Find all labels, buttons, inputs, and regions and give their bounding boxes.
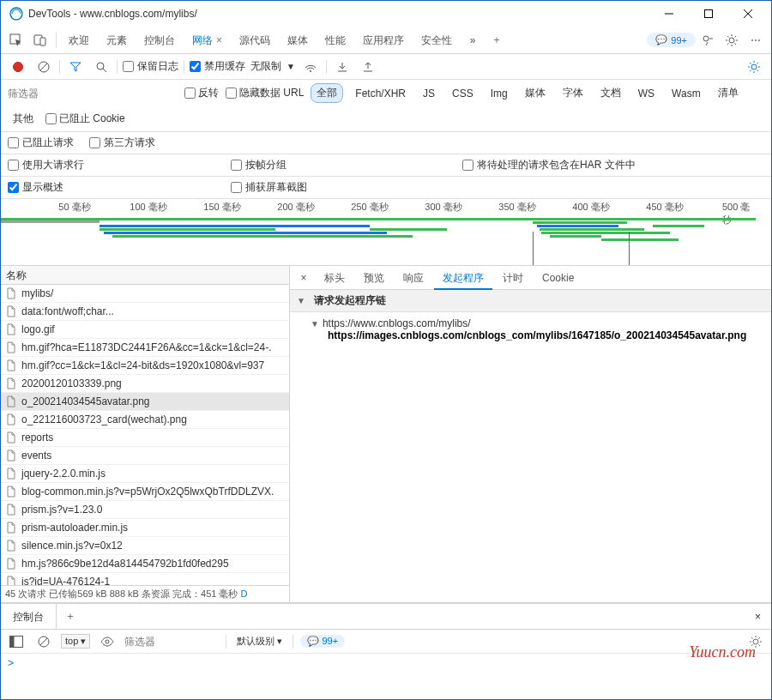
- request-name: prism.js?v=1.23.0: [21, 504, 102, 516]
- more-tabs-icon[interactable]: »: [461, 28, 485, 52]
- issues-pill[interactable]: 💬99+: [647, 33, 696, 47]
- tab-initiator[interactable]: 发起程序: [434, 266, 492, 290]
- tab-cookies[interactable]: Cookie: [534, 266, 582, 290]
- type-ws[interactable]: WS: [633, 86, 660, 101]
- request-row[interactable]: events: [1, 447, 289, 465]
- device-toggle-icon[interactable]: [28, 28, 52, 52]
- request-row[interactable]: o_200214034545avatar.png: [1, 393, 289, 411]
- request-row[interactable]: reports: [1, 429, 289, 447]
- drawer-add-tab-button[interactable]: ＋: [57, 609, 84, 624]
- context-select[interactable]: top ▾: [61, 634, 90, 649]
- hide-data-urls-checkbox[interactable]: 隐藏数据 URL: [226, 86, 304, 100]
- include-pending-har-checkbox[interactable]: 将待处理的请求包含在HAR 文件中: [462, 158, 636, 172]
- type-img[interactable]: Img: [486, 86, 513, 101]
- type-manifest[interactable]: 清单: [713, 84, 744, 102]
- preserve-log-checkbox[interactable]: 保留日志: [123, 59, 178, 74]
- dropdown-icon[interactable]: ▼: [286, 62, 295, 71]
- tab-media[interactable]: 媒体: [279, 27, 317, 54]
- request-row[interactable]: jquery-2.2.0.min.js: [1, 465, 289, 483]
- tab-headers[interactable]: 标头: [316, 266, 353, 290]
- third-party-checkbox[interactable]: 第三方请求: [89, 136, 155, 150]
- console-prompt[interactable]: >: [1, 654, 771, 673]
- log-level-select[interactable]: 默认级别 ▾: [233, 634, 286, 649]
- type-all[interactable]: 全部: [311, 83, 343, 103]
- request-row[interactable]: logo.gif: [1, 321, 289, 339]
- type-font[interactable]: 字体: [558, 84, 588, 102]
- import-har-icon[interactable]: [332, 57, 353, 77]
- network-settings-icon[interactable]: [744, 57, 764, 77]
- type-js[interactable]: JS: [418, 86, 440, 101]
- svg-point-12: [97, 63, 104, 69]
- request-row[interactable]: silence.min.js?v=0x12: [1, 537, 289, 555]
- console-filter-input[interactable]: [124, 636, 219, 648]
- tab-application[interactable]: 应用程序: [354, 27, 413, 54]
- tab-sources[interactable]: 源代码: [231, 27, 279, 54]
- network-conditions-icon[interactable]: [300, 57, 321, 77]
- record-button[interactable]: [8, 57, 28, 77]
- request-row[interactable]: o_221216003723_card(wechat).png: [1, 411, 289, 429]
- console-sidebar-toggle-icon[interactable]: [6, 631, 27, 652]
- tab-console[interactable]: 控制台: [136, 27, 184, 54]
- type-fetch[interactable]: Fetch/XHR: [350, 86, 411, 101]
- tab-security[interactable]: 安全性: [413, 27, 461, 54]
- request-row[interactable]: blog-common.min.js?v=p5WrjOx2Q5lwxQbTrfD…: [1, 483, 289, 501]
- window-minimize-button[interactable]: [649, 1, 689, 27]
- settings-icon[interactable]: [720, 28, 744, 52]
- tab-preview[interactable]: 预览: [355, 266, 393, 290]
- console-toolbar: top ▾ 默认级别 ▾ 💬 99+: [1, 630, 771, 654]
- tab-performance[interactable]: 性能: [317, 27, 354, 54]
- drawer-close-button[interactable]: ×: [745, 611, 771, 623]
- chain-current[interactable]: https://images.cnblogs.com/cnblogs_com/m…: [299, 329, 763, 341]
- timeline-overview[interactable]: 50 毫秒100 毫秒150 毫秒200 毫秒250 毫秒300 毫秒350 毫…: [1, 199, 771, 266]
- type-doc[interactable]: 文档: [595, 84, 626, 102]
- tab-timing[interactable]: 计时: [494, 266, 532, 290]
- tab-welcome[interactable]: 欢迎: [60, 27, 98, 54]
- initiator-chain-section[interactable]: ▼请求发起程序链: [290, 290, 771, 312]
- show-overview-checkbox[interactable]: 显示概述: [8, 180, 63, 195]
- blocked-requests-checkbox[interactable]: 已阻止请求: [8, 136, 74, 150]
- throttle-select[interactable]: 无限制: [250, 59, 281, 74]
- type-css[interactable]: CSS: [447, 86, 479, 101]
- request-row[interactable]: hm.js?866c9be12d4a814454792b1fd0fed295: [1, 555, 289, 573]
- request-row[interactable]: prism.js?v=1.23.0: [1, 501, 289, 519]
- search-icon[interactable]: [91, 57, 112, 77]
- type-media[interactable]: 媒体: [520, 84, 551, 102]
- request-row[interactable]: 20200120103339.png: [1, 375, 289, 393]
- request-name: o_221216003723_card(wechat).png: [21, 413, 187, 425]
- request-row[interactable]: mylibs/: [1, 285, 289, 303]
- export-har-icon[interactable]: [358, 57, 378, 77]
- group-by-frame-checkbox[interactable]: 按帧分组: [231, 158, 286, 172]
- filter-input[interactable]: [8, 88, 85, 100]
- chain-parent[interactable]: ▼https://www.cnblogs.com/mylibs/: [299, 317, 763, 329]
- close-icon[interactable]: ×: [216, 34, 222, 46]
- live-expression-icon[interactable]: [97, 631, 118, 652]
- request-row[interactable]: prism-autoloader.min.js: [1, 519, 289, 537]
- window-close-button[interactable]: [728, 1, 768, 27]
- request-row[interactable]: hm.gif?cc=1&ck=1&cl=24-bit&ds=1920x1080&…: [1, 357, 289, 375]
- large-rows-checkbox[interactable]: 使用大请求行: [8, 158, 84, 172]
- drawer-tab-console[interactable]: 控制台: [1, 604, 57, 630]
- console-issues-pill[interactable]: 💬 99+: [300, 635, 345, 648]
- close-details-button[interactable]: ×: [293, 272, 314, 284]
- invert-checkbox[interactable]: 反转: [184, 86, 219, 100]
- type-other[interactable]: 其他: [8, 110, 39, 128]
- feedback-icon[interactable]: [696, 28, 720, 52]
- type-wasm[interactable]: Wasm: [666, 86, 706, 101]
- filter-icon[interactable]: [65, 57, 86, 77]
- request-row[interactable]: js?id=UA-476124-1: [1, 573, 289, 585]
- request-row[interactable]: data:font/woff;char...: [1, 303, 289, 321]
- clear-button[interactable]: [33, 57, 54, 77]
- inspect-icon[interactable]: [4, 28, 28, 52]
- tab-network[interactable]: 网络×: [184, 27, 231, 54]
- more-menu-icon[interactable]: ⋯: [744, 28, 768, 52]
- console-clear-icon[interactable]: [33, 631, 54, 652]
- tab-elements[interactable]: 元素: [98, 27, 136, 54]
- blocked-cookies-checkbox[interactable]: 已阻止 Cookie: [45, 112, 125, 126]
- capture-screenshots-checkbox[interactable]: 捕获屏幕截图: [231, 180, 307, 195]
- request-row[interactable]: hm.gif?hca=E11873DC2441F26A&cc=1&ck=1&cl…: [1, 339, 289, 357]
- tab-response[interactable]: 响应: [395, 266, 432, 290]
- window-maximize-button[interactable]: [689, 1, 728, 27]
- name-column-header[interactable]: 名称: [1, 266, 289, 285]
- add-tab-icon[interactable]: ＋: [485, 28, 509, 52]
- disable-cache-checkbox[interactable]: 禁用缓存: [190, 59, 245, 74]
